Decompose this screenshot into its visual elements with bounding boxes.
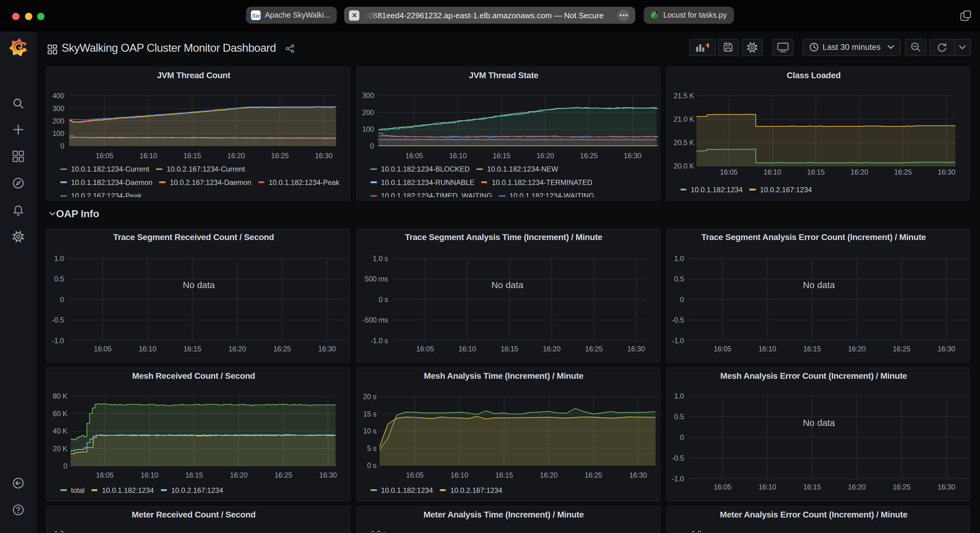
svg-text:Mesh Received Count / Second: Mesh Received Count / Second — [132, 371, 255, 381]
svg-text:16:15: 16:15 — [803, 483, 821, 491]
svg-text:16:15: 16:15 — [803, 344, 821, 352]
svg-text:16:10: 16:10 — [449, 152, 466, 160]
svg-text:Trace Segment Received Count /: Trace Segment Received Count / Second — [113, 232, 274, 241]
svg-text:16:10: 16:10 — [758, 344, 776, 352]
svg-text:16:25: 16:25 — [273, 344, 291, 352]
svg-text:100: 100 — [362, 125, 374, 133]
svg-text:20.0 K: 20.0 K — [673, 162, 694, 170]
svg-text:-1.0 s: -1.0 s — [370, 336, 388, 344]
svg-text:Meter Analysis Error Count (In: Meter Analysis Error Count (Increment) /… — [720, 509, 907, 519]
svg-text:16:25: 16:25 — [892, 344, 910, 352]
svg-text:200: 200 — [362, 108, 374, 116]
svg-text:0.5: 0.5 — [674, 274, 684, 282]
svg-text:300: 300 — [52, 104, 64, 113]
svg-text:16:20: 16:20 — [230, 471, 248, 479]
svg-text:16:30: 16:30 — [315, 152, 332, 160]
svg-text:16:05: 16:05 — [94, 344, 111, 352]
svg-text:No data: No data — [183, 279, 215, 290]
svg-text:1.0: 1.0 — [54, 529, 64, 533]
svg-text:No data: No data — [802, 279, 834, 290]
svg-text:20.5 K: 20.5 K — [673, 138, 694, 147]
svg-text:1.0 s: 1.0 s — [373, 254, 388, 262]
svg-text:16:30: 16:30 — [624, 152, 641, 160]
svg-text:Class Loaded: Class Loaded — [786, 71, 840, 80]
svg-text:0 s: 0 s — [379, 295, 388, 303]
svg-text:-0.5: -0.5 — [52, 316, 64, 324]
svg-text:16:05: 16:05 — [416, 344, 434, 352]
svg-text:Trace Segment Analysis Error C: Trace Segment Analysis Error Count (Incr… — [701, 232, 926, 241]
svg-text:5 s: 5 s — [367, 444, 376, 452]
svg-text:16:15: 16:15 — [184, 344, 201, 352]
svg-text:16:20: 16:20 — [540, 471, 558, 479]
svg-text:16:25: 16:25 — [274, 471, 292, 479]
svg-text:16:25: 16:25 — [271, 152, 289, 160]
svg-text:16:20: 16:20 — [536, 152, 554, 160]
svg-text:16:05: 16:05 — [713, 344, 731, 352]
svg-text:16:30: 16:30 — [937, 483, 955, 491]
svg-text:20 K: 20 K — [52, 444, 67, 453]
svg-text:16:10: 16:10 — [141, 471, 158, 479]
svg-text:No data: No data — [802, 418, 834, 428]
svg-text:16:05: 16:05 — [95, 152, 113, 160]
svg-text:16:20: 16:20 — [848, 483, 865, 491]
svg-text:16:10: 16:10 — [458, 344, 476, 352]
svg-text:100: 100 — [52, 129, 64, 138]
svg-text:16:10: 16:10 — [138, 344, 156, 352]
svg-text:16:05: 16:05 — [720, 168, 737, 176]
svg-text:1.0: 1.0 — [54, 254, 64, 262]
svg-text:0: 0 — [680, 433, 684, 441]
svg-text:500 ms: 500 ms — [365, 274, 388, 282]
svg-text:Trace Segment Analysis Time (I: Trace Segment Analysis Time (Increment) … — [405, 232, 602, 241]
svg-text:200: 200 — [52, 117, 64, 125]
svg-text:60 K: 60 K — [52, 409, 67, 418]
svg-text:40 K: 40 K — [52, 427, 67, 435]
svg-text:16:15: 16:15 — [807, 168, 824, 176]
svg-text:1.0: 1.0 — [674, 392, 684, 400]
svg-text:16:05: 16:05 — [405, 152, 423, 160]
svg-text:1.0: 1.0 — [674, 254, 684, 262]
svg-text:16:10: 16:10 — [140, 152, 157, 160]
svg-text:0 s: 0 s — [367, 461, 376, 470]
svg-text:JVM Thread State: JVM Thread State — [469, 71, 538, 80]
svg-text:16:15: 16:15 — [501, 344, 518, 352]
svg-text:300: 300 — [362, 91, 374, 100]
svg-text:16:30: 16:30 — [937, 168, 955, 176]
svg-text:16:25: 16:25 — [584, 471, 602, 479]
svg-text:16:30: 16:30 — [629, 471, 647, 479]
svg-text:16:20: 16:20 — [848, 344, 865, 352]
svg-text:-1.0: -1.0 — [52, 336, 64, 344]
svg-text:16:30: 16:30 — [937, 344, 955, 352]
svg-text:80 K: 80 K — [52, 392, 67, 400]
svg-text:16:30: 16:30 — [319, 471, 337, 479]
svg-text:16:25: 16:25 — [585, 344, 603, 352]
svg-text:Meter Analysis Time (Increment: Meter Analysis Time (Increment) / Minute — [423, 509, 584, 519]
svg-text:-1.0: -1.0 — [671, 336, 684, 344]
svg-text:16:20: 16:20 — [850, 168, 868, 176]
svg-text:16:10: 16:10 — [758, 483, 776, 491]
svg-text:10 s: 10 s — [363, 427, 376, 435]
svg-text:16:30: 16:30 — [627, 344, 645, 352]
svg-text:20 s: 20 s — [363, 392, 376, 401]
svg-text:16:20: 16:20 — [228, 344, 246, 352]
svg-text:-0.5: -0.5 — [671, 454, 684, 462]
svg-text:No data: No data — [491, 279, 523, 290]
svg-text:0: 0 — [680, 295, 684, 303]
svg-text:JVM Thread Count: JVM Thread Count — [157, 71, 230, 80]
svg-text:15 s: 15 s — [363, 410, 376, 418]
svg-text:16:20: 16:20 — [542, 344, 560, 352]
svg-text:400: 400 — [52, 92, 64, 100]
svg-text:0: 0 — [60, 142, 64, 150]
svg-text:16:25: 16:25 — [892, 483, 910, 491]
svg-text:Mesh Analysis Error Count (Inc: Mesh Analysis Error Count (Increment) / … — [720, 371, 907, 381]
svg-text:16:05: 16:05 — [406, 471, 423, 479]
svg-text:16:15: 16:15 — [185, 471, 203, 479]
svg-text:Meter Received Count / Second: Meter Received Count / Second — [132, 509, 256, 519]
svg-text:-0.5: -0.5 — [671, 316, 684, 324]
svg-text:0: 0 — [370, 142, 374, 150]
svg-text:16:25: 16:25 — [894, 168, 912, 176]
svg-text:16:05: 16:05 — [96, 471, 114, 479]
svg-text:1.0: 1.0 — [691, 529, 701, 533]
svg-text:16:15: 16:15 — [495, 471, 513, 479]
svg-text:16:10: 16:10 — [763, 168, 781, 176]
svg-text:16:30: 16:30 — [318, 344, 336, 352]
